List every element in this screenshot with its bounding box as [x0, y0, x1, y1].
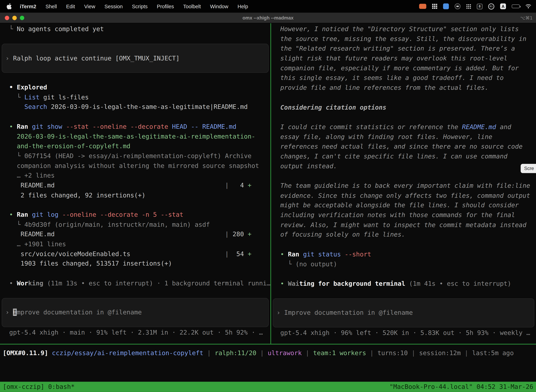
terminal-line [0, 200, 270, 210]
menu-item-scripts[interactable]: Scripts [132, 3, 148, 9]
terminal-line: src/voice/voiceModeEnabled.ts | 54 + [0, 249, 270, 259]
terminal-line: provide file and line references from th… [271, 83, 536, 93]
terminal-line: 1903 files changed, 513517 insertions(+) [0, 259, 270, 269]
terminal-line [271, 240, 536, 250]
terminal-content: └ No agents completed yet› Ralph loop ac… [0, 23, 536, 392]
letter-a-icon[interactable]: A [500, 3, 506, 9]
status-line: gpt-5.4 xhigh · main · 91% left · 2.31M … [0, 328, 270, 338]
terminal-line: README.md | 4 + [0, 181, 270, 190]
tmux-status-bar: [omx-cczip] 0:bash* "MacBook-Pro-44.loca… [0, 382, 536, 392]
traffic-lights [5, 15, 24, 20]
terminal-line [271, 93, 536, 103]
menu-item-toolbelt[interactable]: Toolbelt [183, 3, 201, 9]
terminal-line [0, 269, 270, 279]
blue-app-icon[interactable] [443, 3, 449, 9]
terminal-line: └ List git ls-files [0, 92, 270, 102]
terminal-line [271, 289, 536, 299]
terminal-line [0, 112, 270, 122]
terminal-line: [OMX#0.11.9] cczip/essay/ai-reimplementa… [0, 348, 536, 358]
terminal-line: Search 2026-03-09-is-legal-the-same-as-l… [0, 102, 270, 112]
terminal-line: └ No agents completed yet [0, 24, 270, 34]
terminal-line: including verification notes with those … [271, 210, 536, 220]
terminal-line: └ (no output) [271, 259, 536, 269]
terminal-line: • Working (11m 13s • esc to interrupt) ·… [0, 279, 270, 288]
grid-icon[interactable] [432, 4, 437, 9]
terminal-line: essay file, along with finding root file… [271, 132, 536, 142]
menu-item-shell[interactable]: Shell [46, 3, 57, 9]
battery-icon[interactable] [512, 5, 520, 8]
terminal-line: changes, I can't cite specific file line… [271, 152, 536, 161]
terminal-line: slight risk that future readers may over… [271, 54, 536, 63]
terminal-line: this single essay, it seems like a good … [271, 73, 536, 83]
terminal-line: └ 4b9d30f (origin/main, instructkr/main,… [0, 220, 270, 229]
terminal-line: I could cite commit statistics or refere… [271, 122, 536, 132]
key-8-icon[interactable]: 8 [477, 4, 482, 9]
screen-recording-indicator-icon[interactable] [419, 4, 426, 9]
prompt-input[interactable]: › Improve documentation in @filename [2, 298, 269, 327]
terminal-line: the "Related research writing" section i… [271, 44, 536, 54]
menu-items: iTerm2 Shell Edit View Session Scripts P… [20, 3, 248, 9]
terminal-line [0, 288, 270, 298]
terminal-line: 2 files changed, 92 insertions(+) [0, 190, 270, 200]
window-hotkey-label: ⌥⌘1 [520, 15, 533, 20]
omx-status-line: [OMX#0.11.9] cczip/essay/ai-reimplementa… [0, 348, 536, 358]
terminal-line: might be acceptable alongside the file l… [271, 201, 536, 210]
terminal-line [0, 73, 270, 83]
terminal-line [0, 34, 270, 44]
terminal-line: • Explored [0, 83, 270, 93]
menu-item-iterm2[interactable]: iTerm2 [20, 3, 36, 9]
terminal-line: and-the-erosion-of-copyleft.md [0, 141, 270, 151]
zoom-button[interactable] [20, 15, 24, 20]
dark-app-icon[interactable] [455, 3, 460, 9]
status-line: gpt-5.4 xhigh · 96% left · 520K in · 5.8… [271, 328, 536, 338]
apps-grid-icon[interactable] [466, 4, 471, 9]
minimize-button[interactable] [12, 15, 17, 20]
wifi-icon[interactable] [526, 4, 531, 9]
terminal-line: the source tree, missing the essay. Stil… [271, 34, 536, 44]
terminal-line: • Ran git show --stat --oneline --decora… [0, 122, 270, 132]
terminal-line [271, 112, 536, 122]
left-terminal-pane[interactable]: └ No agents completed yet› Ralph loop ac… [0, 23, 270, 344]
prompt-input[interactable]: › Improve documentation in @filename [273, 299, 534, 327]
menu-item-window[interactable]: Window [210, 3, 228, 9]
terminal-line: • Ran git log --oneline --decorate -n 5 … [0, 210, 270, 220]
menu-item-help[interactable]: Help [238, 3, 248, 9]
terminal-line: of focusing solely on file lines. [271, 230, 536, 240]
terminal-line: README.md | 280 + [0, 229, 270, 239]
terminal-line: output instead. [271, 161, 536, 171]
terminal-line: • Waiting for background terminal (1m 41… [271, 279, 536, 289]
prompt-input[interactable]: › Ralph loop active continue [OMX_TMUX_I… [2, 44, 269, 73]
tmux-session-info: [omx-cczip] 0:bash* [3, 382, 75, 392]
terminal-line: The team guideline is to back every impo… [271, 181, 536, 191]
right-terminal-pane[interactable]: However, I noticed the "Directory Struct… [271, 23, 536, 344]
terminal-line: companion analysis without altering the … [0, 161, 270, 171]
terminal-line: evidence. Since this change only affects… [271, 191, 536, 201]
terminal-line: references need actual files, and since … [271, 142, 536, 152]
menu-item-view[interactable]: View [84, 3, 95, 9]
terminal-line: └ 067f154 (HEAD -> essay/ai-reimplementa… [0, 151, 270, 161]
tmux-host-clock: "MacBook-Pro-44.local" 04:52 31-Mar-26 [389, 382, 533, 392]
terminal-line [271, 171, 536, 181]
bottom-terminal-pane[interactable]: [OMX#0.11.9] cczip/essay/ai-reimplementa… [0, 344, 536, 392]
menu-item-session[interactable]: Session [105, 3, 123, 9]
menu-item-profiles[interactable]: Profiles [157, 3, 174, 9]
gauge-61-icon[interactable]: 61 [488, 3, 494, 9]
apple-menu-icon[interactable] [6, 3, 12, 9]
menu-item-edit[interactable]: Edit [66, 3, 75, 9]
terminal-line: 2026-03-09-is-legal-the-same-as-legitima… [0, 131, 270, 141]
close-button[interactable] [5, 15, 9, 20]
terminal-line: companion file, especially if more comme… [271, 63, 536, 73]
terminal-line: • Ran git status --short [271, 250, 536, 259]
terminal-line [271, 269, 536, 279]
menu-bar-status-icons: 8 61 A [419, 3, 531, 9]
terminal-line: … +2 lines [0, 171, 270, 181]
window-title: omx --xhigh --madmax [243, 15, 293, 21]
screen: iTerm2 Shell Edit View Session Scripts P… [0, 0, 536, 392]
screen-share-tab[interactable]: Scre [521, 164, 536, 173]
terminal-line: However, I noticed the "Directory Struct… [271, 24, 536, 34]
terminal-line: Considering citation options [271, 103, 536, 112]
macos-menu-bar: iTerm2 Shell Edit View Session Scripts P… [0, 0, 536, 13]
terminal-line: … +1901 lines [0, 239, 270, 249]
terminal-line: review. Also, I might want to inspect th… [271, 220, 536, 230]
window-title-bar: omx --xhigh --madmax ⌥⌘1 [0, 13, 536, 23]
